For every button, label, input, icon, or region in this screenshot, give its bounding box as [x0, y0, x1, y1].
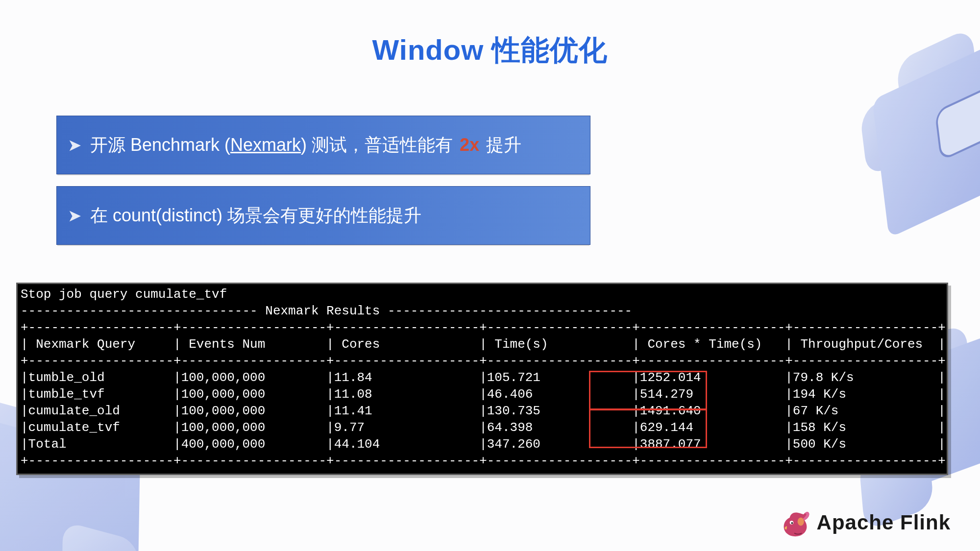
- terminal-sep: +-------------------+-------------------…: [21, 353, 944, 369]
- bullet-1-highlight-2x: 2x: [458, 135, 481, 155]
- svg-point-1: [791, 522, 793, 524]
- svg-point-2: [797, 518, 804, 526]
- terminal-line: Stop job query cumulate_tvf: [21, 286, 944, 303]
- terminal-row: |cumulate_tvf |100,000,000 |9.77 |64.398…: [21, 419, 944, 436]
- terminal-row: |Total |400,000,000 |44.104 |347.260 |38…: [21, 436, 944, 453]
- bullet-1-post: 提升: [481, 135, 521, 155]
- bullet-2: ➤ 在 count(distinct) 场景会有更好的性能提升: [56, 186, 590, 245]
- terminal-line: ------------------------------- Nexmark …: [21, 303, 944, 319]
- terminal-row: |cumulate_old |100,000,000 |11.41 |130.7…: [21, 403, 944, 419]
- terminal-sep: +-------------------+-------------------…: [21, 319, 944, 336]
- footer-brand-text: Apache Flink: [817, 511, 951, 534]
- slide-title: Window 性能优化: [0, 31, 980, 70]
- terminal-row: |tumble_old |100,000,000 |11.84 |105.721…: [21, 369, 944, 386]
- bullet-arrow-icon: ➤: [68, 135, 81, 155]
- terminal-row: |tumble_tvf |100,000,000 |11.08 |46.406 …: [21, 386, 944, 403]
- bullet-1: ➤ 开源 Benchmark (Nexmark) 测试，普适性能有 2x 提升: [56, 116, 590, 174]
- bullet-arrow-icon: ➤: [68, 206, 81, 225]
- terminal-output: Stop job query cumulate_tvf ------------…: [16, 283, 948, 475]
- footer-brand: Apache Flink: [781, 508, 951, 537]
- bullet-1-link-nexmark[interactable]: Nexmark: [230, 135, 301, 155]
- bullet-1-pre: 开源 Benchmark (: [90, 135, 230, 155]
- flink-squirrel-icon: [781, 508, 810, 537]
- bullet-2-text: 在 count(distinct) 场景会有更好的性能提升: [90, 204, 421, 228]
- bullet-1-mid: ) 测试，普适性能有: [301, 135, 458, 155]
- terminal-sep: +-------------------+-------------------…: [21, 453, 944, 469]
- terminal-head: | Nexmark Query | Events Num | Cores | T…: [21, 336, 944, 353]
